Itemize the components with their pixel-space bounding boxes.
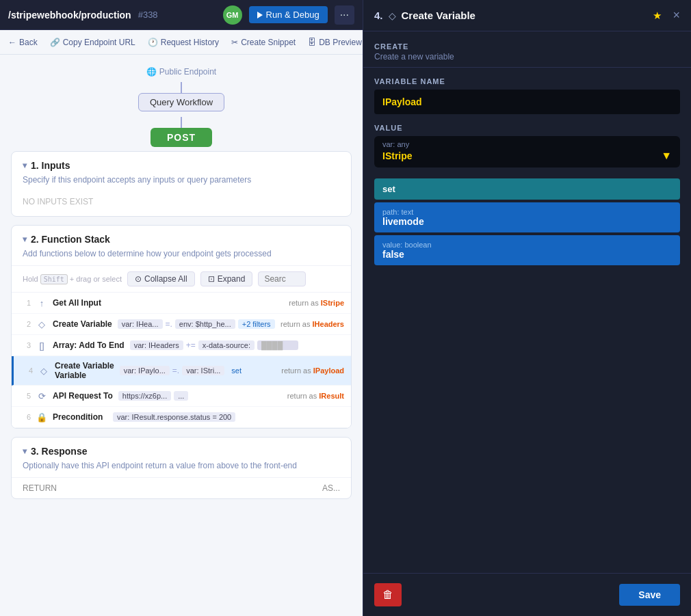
- return-label: RETURN: [23, 483, 57, 493]
- save-button[interactable]: Save: [619, 584, 680, 606]
- panel-title: Create Variable: [402, 10, 648, 21]
- right-footer: 🗑 Save: [363, 573, 691, 616]
- tag-icon-panel: ◇: [389, 10, 396, 21]
- step-number: 4.: [374, 10, 383, 21]
- fn-tag-var4b: var: IStri...: [182, 366, 224, 375]
- fn-row-num-3: 3: [21, 341, 31, 349]
- shift-key: Shift: [40, 274, 68, 284]
- variable-name-group: VARIABLE NAME: [363, 68, 691, 114]
- fn-stack-header: ▾ 2. Function Stack: [12, 226, 351, 247]
- inputs-desc: Specify if this endpoint accepts any inp…: [12, 174, 351, 191]
- fn-tag-blurred: ████: [257, 340, 298, 350]
- lock-icon: 🔒: [36, 412, 47, 423]
- response-section: ▾ 3. Response Optionally have this API e…: [11, 437, 352, 499]
- connector-line-2: [181, 117, 182, 128]
- run-debug-button[interactable]: Run & Debug: [249, 6, 328, 23]
- fn-tag-var3: var: IHeaders: [130, 340, 183, 350]
- response-desc: Optionally have this API endpoint return…: [12, 459, 351, 477]
- id-label: #338: [138, 10, 158, 20]
- fn-return-4: return as IPayload: [281, 366, 344, 375]
- search-input[interactable]: [258, 271, 306, 286]
- chevron-resp-icon[interactable]: ▾: [23, 446, 27, 456]
- fn-eq-4: =.: [172, 366, 179, 375]
- fn-row-3[interactable]: 3 [] Array: Add To End var: IHeaders += …: [12, 335, 351, 356]
- fn-name-4: Create Variable: [55, 361, 114, 371]
- fn-return-1: return as IStripe: [289, 299, 344, 307]
- main-content: 🌐 Public Endpoint Query Workflow POST ▾ …: [0, 55, 363, 616]
- fn-stack-desc: Add functions below to determine how you…: [12, 247, 351, 265]
- fn-name-1: Get All Input: [53, 298, 107, 308]
- fn-details-6: var: IResult.response.status = 200: [113, 412, 344, 422]
- fn-name-5: API Request To: [53, 391, 113, 401]
- collapse-all-button[interactable]: ⊙ Collapse All: [127, 271, 195, 286]
- expand-button[interactable]: ⊡ Expand: [200, 271, 253, 286]
- chevron-icon[interactable]: ▾: [23, 161, 27, 170]
- nav-db-preview[interactable]: 🗄 DB Preview: [308, 38, 362, 47]
- clock-icon: 🕐: [148, 38, 158, 47]
- filter-val-2: false: [382, 249, 672, 260]
- fn-tag-env2: env: $http_he...: [175, 319, 235, 329]
- fn-row-num-2: 2: [21, 320, 31, 328]
- fn-row-num-4: 4: [23, 366, 33, 375]
- variable-name-label: VARIABLE NAME: [374, 77, 680, 85]
- nav-request-history[interactable]: 🕐 Request History: [148, 38, 219, 47]
- post-badge: POST: [151, 128, 212, 147]
- tag-icon-2: ◇: [36, 319, 47, 330]
- dropdown-arrow-icon: ▼: [661, 150, 672, 162]
- filter-val-1: livemode: [382, 216, 672, 227]
- fn-eq-2: =.: [166, 319, 172, 329]
- value-field-group: VALUE var: any IStripe ▼: [363, 114, 691, 173]
- fn-details-5: https://xz6p... ...: [118, 391, 282, 401]
- filter-block-2[interactable]: value: boolean false: [374, 235, 680, 265]
- fn-tag-var2: var: IHea...: [118, 319, 163, 329]
- fn-tag-xsource: x-data-source:: [198, 340, 255, 350]
- close-button[interactable]: ×: [673, 8, 680, 23]
- top-bar: /stripewebhook/production #338 GM Run & …: [0, 0, 363, 30]
- more-options-button[interactable]: ···: [335, 5, 354, 25]
- fn-name-2: Create Variable: [53, 319, 112, 329]
- fn-stack-title: ▾ 2. Function Stack: [23, 234, 340, 245]
- fn-tag-precond: var: IResult.response.status = 200: [113, 412, 235, 422]
- fn-row-1[interactable]: 1 ↑ Get All Input return as IStripe: [12, 293, 351, 314]
- create-section: CREATE Create a new variable: [363, 31, 691, 68]
- api-icon: ⟳: [36, 390, 47, 401]
- inputs-header: ▾ 1. Inputs: [12, 152, 351, 174]
- avatar[interactable]: GM: [223, 5, 242, 25]
- response-header: ▾ 3. Response: [12, 438, 351, 459]
- fn-tag-set4: set: [227, 366, 246, 375]
- nav-create-snippet[interactable]: ✂ Create Snippet: [231, 38, 296, 47]
- nav-back[interactable]: ← Back: [8, 38, 38, 47]
- nav-copy-endpoint[interactable]: 🔗 Copy Endpoint URL: [50, 38, 135, 47]
- globe-icon: 🌐: [146, 67, 157, 77]
- fn-tag-url5: https://xz6p...: [118, 391, 171, 401]
- inputs-title: ▾ 1. Inputs: [23, 160, 340, 171]
- fn-tag-dots5: ...: [174, 391, 188, 401]
- inputs-section: ▾ 1. Inputs Specify if this endpoint acc…: [11, 151, 352, 217]
- filter-block-1[interactable]: path: text livemode: [374, 202, 680, 232]
- expand-icon: ⊡: [208, 274, 215, 284]
- fn-name-3: Array: Add To End: [53, 340, 125, 350]
- fn-details-2: var: IHea... =. env: $http_he... +2 filt…: [118, 319, 275, 329]
- delete-button[interactable]: 🗑: [374, 583, 402, 606]
- fn-row-5[interactable]: 5 ⟳ API Request To https://xz6p... ... r…: [12, 386, 351, 407]
- set-block[interactable]: set: [374, 178, 680, 200]
- fn-row-num-6: 6: [21, 413, 31, 421]
- fn-list: 1 ↑ Get All Input return as IStripe 2 ◇ …: [12, 292, 351, 428]
- no-inputs-label: NO INPUTS EXIST: [12, 191, 351, 216]
- return-row: RETURN AS...: [12, 477, 351, 498]
- chevron-fn-icon[interactable]: ▾: [23, 235, 27, 244]
- fn-stack-section: ▾ 2. Function Stack Add functions below …: [11, 225, 352, 429]
- query-workflow-box: Query Workflow: [138, 93, 224, 111]
- fn-row-6[interactable]: 6 🔒 Precondition var: IResult.response.s…: [12, 407, 351, 428]
- variable-name-input[interactable]: [374, 90, 680, 114]
- fn-row-2[interactable]: 2 ◇ Create Variable var: IHea... =. env:…: [12, 314, 351, 335]
- fn-details-4: var: IPaylo... =. var: IStri... set: [120, 366, 276, 375]
- right-panel: 4. ◇ Create Variable ★ × CREATE Create a…: [363, 0, 691, 616]
- fn-name-4b: Variable: [55, 371, 114, 380]
- collapse-icon: ⊙: [135, 274, 142, 284]
- fn-return-5: return as IResult: [287, 392, 344, 400]
- fn-details-3: var: IHeaders += x-data-source: ████: [130, 340, 344, 350]
- star-icon[interactable]: ★: [653, 10, 662, 22]
- value-select-box[interactable]: var: any IStripe ▼: [374, 136, 680, 168]
- fn-row-4[interactable]: 4 ◇ Create Variable Variable var: IPaylo…: [12, 356, 351, 386]
